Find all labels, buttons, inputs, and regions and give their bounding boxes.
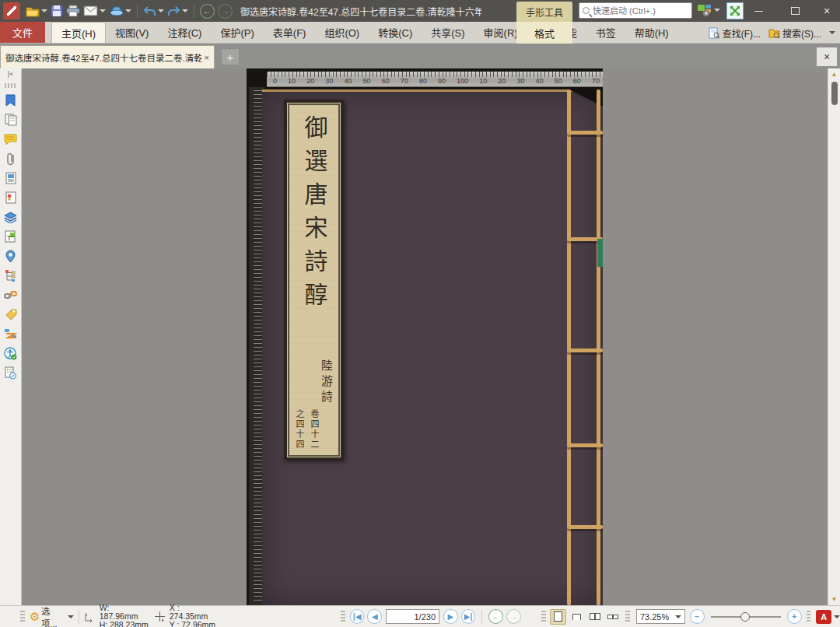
continuous-layout-button[interactable] — [568, 609, 585, 625]
document-canvas[interactable]: 010203040506070809010010203040506070 — [22, 68, 828, 605]
book-top-stitch — [262, 89, 603, 92]
menu-organize[interactable]: 组织(O) — [315, 22, 369, 43]
page-number-input[interactable]: 1/230 — [386, 609, 439, 624]
menu-comment[interactable]: 注释(C) — [158, 22, 211, 43]
menu-convert[interactable]: 转换(C) — [369, 22, 422, 43]
next-page-button[interactable]: ▶ — [443, 609, 458, 624]
links-icon[interactable] — [4, 288, 18, 302]
maximize-button[interactable] — [782, 0, 808, 22]
zoom-out-button[interactable]: − — [690, 609, 705, 624]
open-file-button[interactable] — [24, 2, 49, 20]
destinations-icon[interactable] — [4, 249, 18, 263]
previous-view-button[interactable]: ← — [488, 609, 503, 624]
chevron-down-icon[interactable] — [182, 9, 188, 12]
menu-view[interactable]: 视图(V) — [106, 22, 158, 43]
statusbar-more-chevron[interactable] — [834, 615, 840, 618]
statusbar-grip[interactable] — [341, 611, 345, 623]
tab-close-icon[interactable]: × — [205, 53, 209, 62]
two-page-layout-button[interactable] — [586, 609, 604, 625]
adobe-pdf-icon[interactable]: A — [816, 610, 831, 624]
tags-icon[interactable] — [4, 307, 18, 321]
history-back-button[interactable]: ← — [200, 4, 215, 19]
structure-tree-icon[interactable] — [4, 268, 18, 282]
bookmarks-icon[interactable] — [4, 93, 18, 107]
print-button[interactable] — [65, 2, 82, 20]
previous-page-button[interactable]: ◀ — [367, 609, 382, 624]
chevron-down-icon[interactable] — [41, 9, 47, 12]
zoom-slider[interactable] — [711, 616, 781, 618]
active-document-tab[interactable]: 御选唐宋诗醇.卷42至47.总四十七卷目录二卷.清乾隆十.. × — [0, 45, 215, 68]
single-page-layout-button[interactable] — [550, 609, 567, 625]
vertical-scrollbar[interactable]: ▲ ▼ — [828, 68, 840, 605]
minimize-button[interactable] — [745, 0, 772, 22]
history-forward-button[interactable]: → — [218, 4, 233, 19]
chevron-down-icon[interactable] — [125, 9, 131, 12]
tab-title: 御选唐宋诗醇.卷42至47.总四十七卷目录二卷.清乾隆十.. — [5, 51, 201, 64]
save-button[interactable] — [49, 2, 65, 20]
form-fields-icon[interactable] — [4, 327, 18, 341]
collapse-ribbon-chevron[interactable] — [829, 31, 835, 34]
separator — [137, 4, 138, 18]
menu-help[interactable]: 帮助(H) — [625, 22, 678, 43]
zoom-level-select[interactable]: 73.25% — [636, 609, 685, 624]
scroll-down-icon[interactable]: ▼ — [831, 594, 838, 605]
scrollbar-thumb[interactable] — [831, 82, 838, 105]
email-button[interactable] — [82, 2, 107, 20]
chevron-down-icon[interactable] — [158, 9, 164, 12]
portfolio-icon[interactable] — [4, 171, 18, 185]
two-page-continuous-button[interactable] — [604, 609, 621, 625]
page-thumbnails-icon[interactable] — [4, 113, 18, 127]
new-tab-button[interactable]: + — [221, 48, 240, 65]
menu-share[interactable]: 共享(S) — [422, 22, 474, 43]
options-gear-icon[interactable]: ⚙ — [30, 610, 40, 624]
statusbar-grip[interactable] — [625, 611, 630, 623]
first-page-button[interactable]: |◀ — [350, 609, 365, 624]
search-input[interactable] — [593, 6, 684, 16]
search-icon — [583, 7, 590, 14]
statusbar-grip[interactable] — [541, 611, 546, 623]
signatures-icon[interactable] — [4, 191, 18, 205]
find-button[interactable]: 查找(F)... — [709, 26, 761, 40]
menu-format-context[interactable]: 格式 — [516, 22, 572, 44]
redo-button[interactable] — [166, 2, 190, 20]
collapse-panel-icon[interactable]: |« — [8, 70, 13, 78]
content-icon[interactable]: T — [4, 229, 18, 243]
attachments-icon[interactable] — [4, 152, 18, 166]
page-dimensions: W: 187.96mm H: 288.23mm — [100, 604, 149, 627]
search-button[interactable]: 搜索(S)... — [768, 26, 821, 40]
comments-icon[interactable] — [4, 132, 18, 146]
quick-launch-search[interactable] — [579, 2, 692, 19]
zoom-slider-thumb[interactable] — [740, 612, 750, 622]
app-logo-icon[interactable] — [3, 2, 20, 19]
customize-ui-button[interactable] — [697, 3, 720, 17]
undo-button[interactable] — [142, 2, 166, 20]
chevron-down-icon[interactable] — [714, 9, 720, 12]
menu-file[interactable]: 文件 — [0, 22, 45, 43]
statusbar-grip[interactable] — [807, 611, 811, 623]
fullscreen-button[interactable] — [726, 2, 744, 19]
close-document-button[interactable]: × — [817, 47, 837, 66]
scan-button[interactable] — [107, 2, 133, 20]
cursor-position: X : 274.35mm Y : 72.96mm — [170, 604, 219, 627]
statusbar-grip[interactable] — [20, 611, 25, 623]
scroll-up-icon[interactable]: ▲ — [831, 68, 838, 80]
window-document-title: 御选唐宋诗醇.卷42至47.总四十七卷目录二卷.清乾隆十六年（1751）内府.. — [240, 5, 481, 18]
layers-icon[interactable] — [4, 210, 18, 224]
label-title-text: 御選唐宋詩醇 — [297, 115, 331, 316]
chevron-down-icon[interactable] — [100, 9, 106, 12]
accessibility-icon[interactable] — [4, 346, 18, 360]
close-button[interactable]: × — [814, 0, 840, 22]
hand-tool-context-tab[interactable]: 手形工具 — [516, 2, 572, 22]
binding-stitch — [567, 525, 603, 529]
accessibility-check-icon[interactable] — [4, 366, 18, 380]
next-view-button[interactable]: → — [506, 609, 521, 624]
menu-form[interactable]: 表单(F) — [264, 22, 316, 43]
last-page-button[interactable]: ▶| — [461, 609, 476, 624]
zoom-in-button[interactable]: + — [787, 609, 802, 624]
label-volume-text: 卷四十二 之四十四 — [293, 409, 320, 450]
panel-grip[interactable] — [5, 83, 17, 88]
options-button[interactable]: 选项... — [41, 604, 73, 627]
menu-bookmarks[interactable]: 书签 — [586, 22, 625, 43]
menu-home[interactable]: 主页(H) — [51, 22, 106, 43]
menu-protect[interactable]: 保护(P) — [211, 22, 263, 43]
